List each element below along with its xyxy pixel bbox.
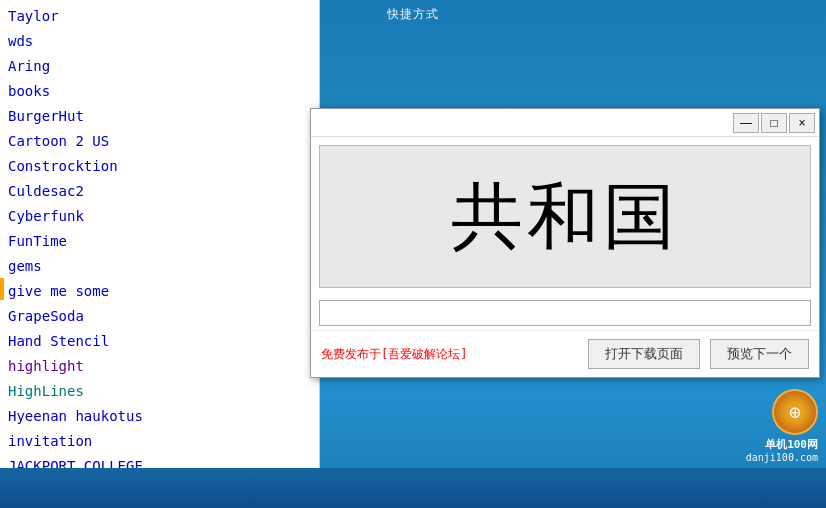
next-preview-button[interactable]: 预览下一个 [710, 339, 809, 369]
font-list-item[interactable]: books [0, 79, 319, 104]
font-list-item[interactable]: Cartoon 2 US [0, 129, 319, 154]
font-list-item[interactable]: wds [0, 29, 319, 54]
watermark-icon-symbol: ⊕ [789, 400, 801, 424]
watermark-site1: 单机100网 [765, 437, 818, 452]
desktop: 快捷方式 TaylorwdsAringbooksBurgerHutCartoon… [0, 0, 826, 508]
download-button[interactable]: 打开下载页面 [588, 339, 700, 369]
dialog-window: — □ × 共和国 免费发布于[吾爱破解论坛] 打开下载页面 预览下一个 [310, 108, 820, 378]
font-list-item[interactable]: HighLines [0, 379, 319, 404]
font-list-panel: TaylorwdsAringbooksBurgerHutCartoon 2 US… [0, 0, 320, 508]
font-list-item[interactable]: BurgerHut [0, 104, 319, 129]
active-indicator [0, 278, 4, 300]
watermark: ⊕ 单机100网 danji100.com [746, 389, 818, 463]
maximize-button[interactable]: □ [761, 113, 787, 133]
preview-text: 共和国 [451, 169, 679, 265]
close-button[interactable]: × [789, 113, 815, 133]
font-list-item[interactable]: Hyeenan haukotus [0, 404, 319, 429]
font-list-item[interactable]: invitation [0, 429, 319, 454]
font-list-item[interactable]: GrapeSoda [0, 304, 319, 329]
dialog-titlebar: — □ × [311, 109, 819, 137]
preview-input[interactable] [319, 300, 811, 326]
watermark-site2: danji100.com [746, 452, 818, 463]
font-list-item[interactable]: FunTime [0, 229, 319, 254]
minimize-button[interactable]: — [733, 113, 759, 133]
font-list-item[interactable]: Hand Stencil [0, 329, 319, 354]
font-list-item[interactable]: give me some [0, 279, 319, 304]
input-row [311, 296, 819, 330]
forum-link[interactable]: 免费发布于[吾爱破解论坛] [321, 346, 578, 363]
taskbar [0, 468, 826, 508]
font-list-item[interactable]: highlight [0, 354, 319, 379]
preview-area: 共和国 [319, 145, 811, 288]
font-list-scrollable[interactable]: TaylorwdsAringbooksBurgerHutCartoon 2 US… [0, 0, 319, 508]
watermark-icon: ⊕ [772, 389, 818, 435]
font-list-item[interactable]: Culdesac2 [0, 179, 319, 204]
button-row: 免费发布于[吾爱破解论坛] 打开下载页面 预览下一个 [311, 330, 819, 377]
font-list-item[interactable]: gems [0, 254, 319, 279]
font-list-item[interactable]: Taylor [0, 4, 319, 29]
font-list-item[interactable]: Cyberfunk [0, 204, 319, 229]
taskbar-shortcut-label: 快捷方式 [387, 6, 439, 23]
font-list-item[interactable]: Constrocktion [0, 154, 319, 179]
font-list-item[interactable]: Aring [0, 54, 319, 79]
